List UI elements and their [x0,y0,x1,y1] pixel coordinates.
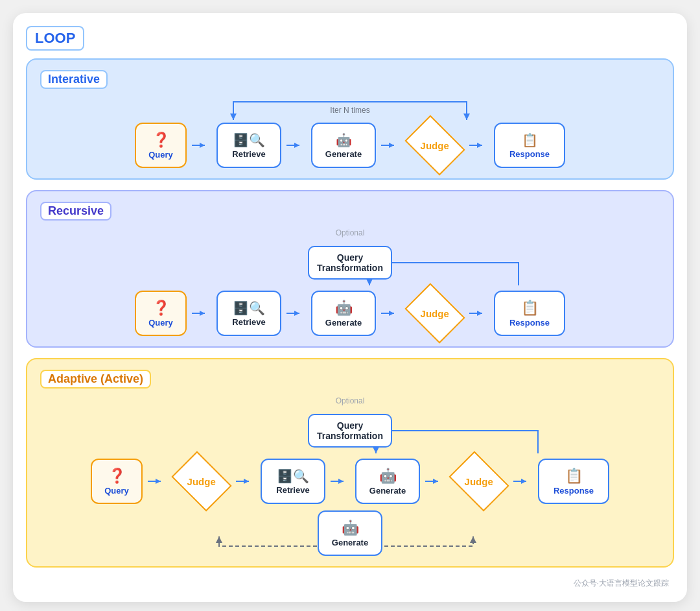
adaptive-section: Adaptive (Active) Optional QueryTransfor… [26,358,674,568]
svg-marker-30 [470,536,476,543]
iterative-flow: ❓ Query 🗄️🔍 Retrieve 🤖 Generate Judge [40,123,660,168]
adaptive-flow: ❓ Query Judge 🗄️🔍 Retrieve 🤖 Generate [40,459,660,504]
iterative-section: Interative Iter N times ❓ Query [26,58,674,180]
recursive-optional-label: Optional [336,228,365,237]
recursive-qt-node: QueryTransformation [308,246,392,280]
iterative-label: Interative [40,70,108,89]
recursive-qt-label: QueryTransformation [316,252,384,273]
recursive-generate-node: 🤖 Generate [311,291,376,336]
adaptive-generate-node: 🤖 Generate [355,459,420,504]
adaptive-qt-label: QueryTransformation [316,420,384,441]
generate-icon: 🤖 [336,132,352,148]
recursive-judge-node: Judge [406,291,464,336]
svg-marker-27 [433,479,438,484]
adaptive-query-node: ❓ Query [91,459,143,504]
svg-marker-10 [366,279,373,285]
iterative-query-node: ❓ Query [135,123,187,168]
svg-marker-5 [294,143,299,148]
response-label: Response [509,149,550,159]
svg-marker-25 [338,479,344,484]
adaptive-optional-label: Optional [336,396,365,405]
query-label: Query [148,150,173,160]
svg-marker-19 [373,447,379,453]
svg-marker-23 [244,479,249,484]
svg-marker-12 [200,311,205,316]
recursive-retrieve-node: 🗄️🔍 Retrieve [216,291,281,336]
iterative-judge-node: Judge [406,123,464,168]
query-icon: ❓ [152,132,170,149]
adaptive-qt-node: QueryTransformation [308,414,392,448]
svg-marker-0 [230,114,237,120]
svg-marker-9 [477,143,482,148]
adaptive-judge2-node: Judge [450,459,508,504]
iterative-response-node: 📋 Response [494,123,565,168]
svg-marker-18 [477,311,482,316]
svg-marker-7 [389,143,394,148]
iterative-generate-node: 🤖 Generate [311,123,376,168]
response-icon: 📋 [522,132,538,148]
retrieve-label: Retrieve [232,149,265,159]
svg-marker-1 [463,114,470,120]
adaptive-response-node: 📋 Response [538,459,609,504]
recursive-response-node: 📋 Response [494,291,565,336]
adaptive-retrieve-node: 🗄️🔍 Retrieve [261,459,325,504]
main-container: LOOP Interative Iter N times ❓ Query [13,13,687,602]
svg-marker-21 [156,479,161,484]
adaptive-judge1-node: Judge [172,459,231,504]
iterative-judge-label: Judge [421,140,449,151]
adaptive-label: Adaptive (Active) [40,370,151,389]
recursive-section: Recursive Optional QueryTransformation [26,190,674,348]
adaptive-generate-bottom-node: 🤖 Generate [318,510,382,556]
recursive-flow: ❓ Query 🗄️🔍 Retrieve 🤖 Generate Judge [40,291,660,336]
svg-marker-29 [521,479,526,484]
svg-marker-14 [294,311,299,316]
loop-label: LOOP [26,26,84,51]
generate-label: Generate [325,149,362,159]
svg-marker-31 [216,536,222,543]
watermark: 公众号·大语言模型论文跟踪 [26,578,674,589]
retrieve-icon: 🗄️🔍 [233,132,265,148]
iterative-retrieve-node: 🗄️🔍 Retrieve [216,123,281,168]
recursive-query-node: ❓ Query [135,291,187,336]
svg-marker-16 [389,311,394,316]
recursive-label: Recursive [40,202,111,221]
svg-marker-3 [200,143,205,148]
